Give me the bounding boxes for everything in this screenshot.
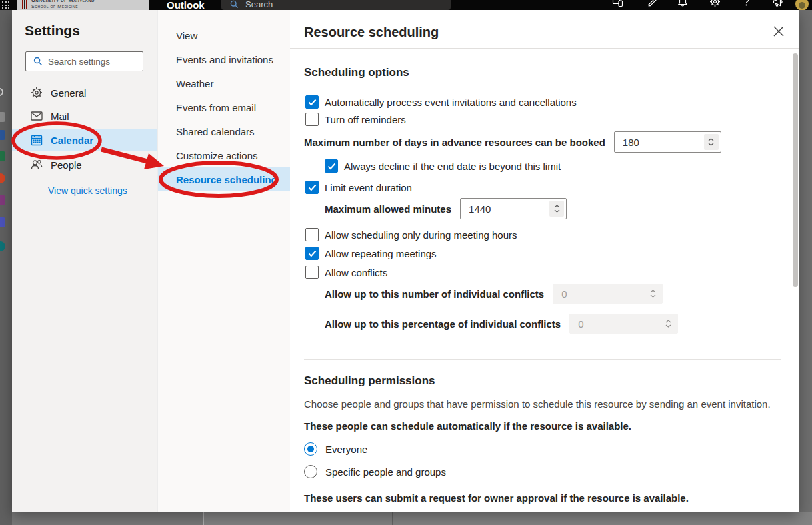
checkbox-label: Automatically process event invitations … (325, 97, 577, 108)
page-title: Resource scheduling (304, 25, 439, 40)
radio-button[interactable] (304, 465, 317, 478)
app-rail (0, 10, 12, 525)
checkbox-label: Limit event duration (325, 182, 412, 193)
checkbox-label: Allow conflicts (325, 267, 387, 278)
input-value: 0 (553, 288, 645, 300)
spinner-stepper-icon (645, 286, 660, 302)
subnav-item-resource-scheduling[interactable]: Resource scheduling (158, 167, 291, 191)
radio-button[interactable] (304, 442, 317, 456)
yammer-icon[interactable] (0, 241, 5, 251)
resource-scheduling-panel: Resource scheduling Scheduling options A… (290, 10, 799, 512)
umd-column-icon (22, 0, 27, 9)
scrollbar-thumb[interactable] (793, 53, 798, 287)
word-icon[interactable] (0, 130, 5, 140)
gear-icon (31, 87, 43, 99)
scheduling-permissions-heading: Scheduling permissions (304, 374, 435, 388)
subnav-item-view[interactable]: View (158, 23, 291, 47)
sidebar-item-label: People (51, 159, 82, 171)
sidebar-item-calendar[interactable]: Calendar (12, 129, 157, 151)
envelope-icon (31, 111, 43, 121)
notifications-bell-icon[interactable] (677, 0, 688, 7)
checkbox-label: Allow repeating meetings (325, 248, 437, 259)
field-row-conflict-count: Allow up to this number of individual co… (325, 284, 663, 304)
radio-label: Everyone (325, 444, 367, 455)
field-row-max-minutes: Maximum allowed minutes 1440 (325, 198, 567, 219)
subnav-item-customize-actions[interactable]: Customize actions (158, 143, 291, 167)
permissions-description: Choose people and groups that have permi… (304, 398, 771, 410)
settings-search-input[interactable]: Search settings (25, 51, 143, 71)
checkbox-row-turn-off-reminders[interactable]: Turn off reminders (305, 113, 406, 126)
checkbox[interactable] (325, 159, 338, 173)
radio-row-specific-people[interactable]: Specific people and groups (304, 465, 446, 478)
user-avatar[interactable] (795, 0, 809, 10)
sidebar-item-mail[interactable]: Mail (12, 105, 157, 127)
spinner-stepper-icon[interactable] (549, 201, 564, 217)
checkbox[interactable] (305, 113, 319, 126)
search-icon (33, 57, 43, 66)
checkbox-row-allow-conflicts[interactable]: Allow conflicts (305, 266, 387, 279)
radio-label: Specific people and groups (325, 466, 446, 478)
input-value[interactable]: 180 (615, 137, 704, 148)
checkbox[interactable] (305, 266, 319, 279)
global-search-placeholder: Search (245, 0, 273, 9)
subnav-item-events-from-email[interactable]: Events from email (158, 95, 291, 119)
conflict-count-input: 0 (553, 284, 663, 304)
calls-icon[interactable] (612, 0, 623, 7)
field-row-conflict-percent: Allow up to this percentage of individua… (325, 314, 678, 334)
excel-icon[interactable] (0, 151, 5, 161)
settings-search-placeholder: Search settings (48, 57, 110, 67)
paperclip-icon[interactable] (0, 112, 5, 122)
calendar-icon (31, 134, 43, 146)
view-quick-settings-link[interactable]: View quick settings (48, 185, 127, 196)
section-divider (304, 359, 781, 360)
subnav-item-events-and-invitations[interactable]: Events and invitations (158, 47, 291, 71)
subnav-item-shared-calendars[interactable]: Shared calendars (158, 119, 291, 143)
settings-dialog: Settings Search settings General Mail Ca… (12, 10, 799, 512)
sidebar-item-general[interactable]: General (12, 81, 157, 104)
input-value[interactable]: 1440 (461, 203, 549, 215)
sidebar-item-people[interactable]: People (12, 153, 157, 176)
powerpoint-icon[interactable] (0, 173, 5, 183)
radio-row-everyone[interactable]: Everyone (304, 442, 367, 456)
sidebar-item-label: Calendar (51, 135, 93, 146)
search-icon (230, 0, 239, 9)
checkbox-row-allow-repeating[interactable]: Allow repeating meetings (305, 247, 437, 260)
feedback-megaphone-icon[interactable] (772, 0, 784, 7)
dimmed-calendar-background (12, 512, 812, 525)
teams-icon[interactable] (0, 217, 5, 227)
checkbox[interactable] (305, 181, 319, 194)
checkbox[interactable] (305, 247, 319, 260)
field-label: Maximum allowed minutes (325, 203, 451, 215)
field-row-max-days: Maximum number of days in advance resour… (304, 131, 721, 153)
spinner-stepper-icon[interactable] (704, 134, 719, 150)
sidebar-item-label: General (51, 87, 86, 99)
onenote-icon[interactable] (0, 195, 5, 205)
checkbox-row-meeting-hours-only[interactable]: Allow scheduling only during meeting hou… (305, 228, 517, 241)
checkbox-row-always-decline[interactable]: Always decline if the end date is beyond… (325, 159, 561, 173)
max-days-input[interactable]: 180 (614, 131, 721, 153)
sidebar-item-label: Mail (51, 111, 69, 122)
panel-header: Resource scheduling (290, 10, 799, 49)
checkbox[interactable] (305, 95, 319, 109)
subnav-item-weather[interactable]: Weather (158, 71, 291, 95)
settings-title: Settings (25, 23, 80, 39)
field-label: Allow up to this number of individual co… (325, 288, 544, 300)
logo-line2: School of Medicine (31, 3, 95, 9)
spinner-stepper-icon (661, 316, 675, 332)
checkbox-row-auto-process[interactable]: Automatically process event invitations … (305, 95, 577, 109)
search-icon[interactable] (0, 88, 3, 96)
max-minutes-input[interactable]: 1440 (460, 198, 567, 219)
checkbox[interactable] (305, 228, 319, 241)
settings-gear-icon[interactable] (709, 0, 721, 7)
global-search-input[interactable]: Search (221, 0, 451, 10)
pen-check-icon[interactable] (647, 0, 658, 7)
checkbox-label: Always decline if the end date is beyond… (344, 161, 561, 172)
close-icon[interactable] (772, 25, 785, 38)
help-icon[interactable] (741, 0, 751, 7)
request-approval-subheading: These users can submit a request for own… (304, 492, 689, 504)
outlook-brand: Outlook (167, 0, 205, 10)
organization-logo: University of Maryland School of Medicin… (17, 0, 149, 10)
checkbox-row-limit-duration[interactable]: Limit event duration (305, 181, 412, 194)
checkbox-label: Allow scheduling only during meeting hou… (325, 229, 517, 241)
app-launcher-waffle-icon[interactable] (2, 1, 10, 9)
